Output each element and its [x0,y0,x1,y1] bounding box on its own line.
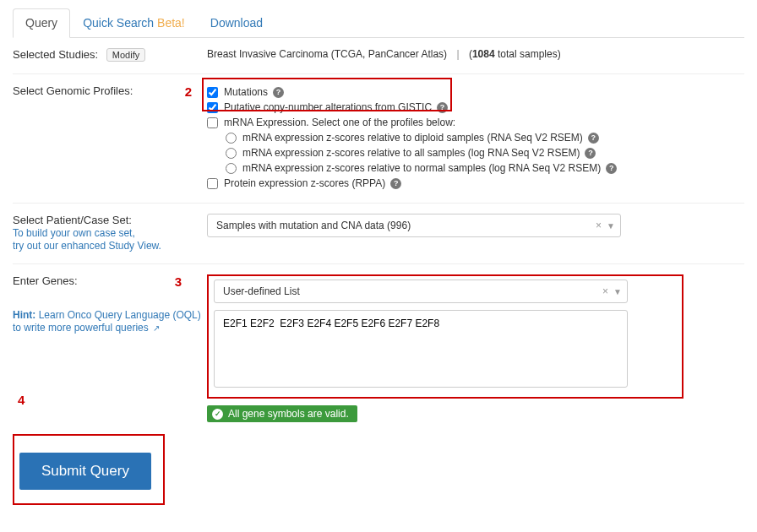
modify-button[interactable]: Modify [106,48,145,62]
tab-quick-search[interactable]: Quick Search Beta! [70,8,198,37]
section-genomic-profiles: Select Genomic Profiles: 2 Mutations ? P… [13,74,744,204]
genomic-profiles-label: Select Genomic Profiles: [13,84,133,97]
gene-input[interactable] [214,310,628,388]
checkbox-mutations-label: Mutations [224,86,268,98]
submit-query-button[interactable]: Submit Query [19,453,151,490]
oql-link-suffix[interactable]: to write more powerful queries ↗ [13,322,160,334]
beta-badge: Beta! [157,16,185,30]
tab-download[interactable]: Download [198,8,275,37]
selected-study-name: Breast Invasive Carcinoma (TCGA, PanCanc… [207,48,447,60]
annotation-3: 3 [175,274,182,289]
checkbox-protein-label: Protein expression z-scores (RPPA) [224,177,385,189]
checkbox-mrna[interactable] [207,117,218,128]
radio-mrna-normal-label: mRNA expression z-scores relative to nor… [242,162,601,174]
sample-count-suffix: total samples [495,48,558,60]
help-icon[interactable]: ? [437,102,448,113]
sample-count: 1084 [472,48,495,60]
case-set-hint-link2[interactable]: try out our enhanced Study View. [13,240,161,252]
annotation-box-3: User-defined List × ▼ [207,274,683,399]
separator: | [456,48,459,60]
checkbox-mutations[interactable] [207,87,218,98]
radio-mrna-diploid[interactable] [226,133,237,144]
selected-studies-label: Selected Studies: [13,48,98,61]
case-set-hint-link1[interactable]: To build your own case set, [13,227,135,239]
chevron-down-icon[interactable]: ▼ [607,221,615,231]
annotation-4: 4 [18,393,207,407]
genes-hint: Hint: Learn Onco Query Language (OQL) [13,309,207,321]
external-link-icon: ↗ [153,323,160,333]
checkbox-mrna-label: mRNA Expression. Select one of the profi… [224,117,455,128]
gene-list-select[interactable]: User-defined List × ▼ [214,280,628,303]
case-set-select-value: Samples with mutation and CNA data (996) [216,220,411,231]
check-circle-icon: ✓ [212,409,223,420]
radio-mrna-all-label: mRNA expression z-scores relative to all… [242,147,580,159]
help-icon[interactable]: ? [273,87,284,98]
help-icon[interactable]: ? [606,163,617,174]
help-icon[interactable]: ? [588,133,599,144]
oql-link[interactable]: Learn Onco Query Language (OQL) [39,309,201,321]
hint-prefix: Hint: [13,309,35,321]
sample-count-wrap: (1084 total samples) [469,48,561,60]
help-icon[interactable]: ? [585,148,596,159]
main-tabs: Query Quick Search Beta! Download [13,8,744,38]
tab-quick-search-label: Quick Search [83,16,154,30]
chevron-down-icon[interactable]: ▼ [613,287,622,296]
checkbox-protein[interactable] [207,178,218,189]
section-selected-studies: Selected Studies: Modify Breast Invasive… [13,38,744,74]
radio-mrna-all[interactable] [226,148,237,159]
case-set-select[interactable]: Samples with mutation and CNA data (996)… [207,214,621,237]
oql-link-suffix-text: to write more powerful queries [13,322,149,334]
annotation-box-4: Submit Query [13,434,165,505]
checkbox-cna-label: Putative copy-number alterations from GI… [224,101,432,113]
close-icon[interactable]: × [602,285,608,297]
tab-query[interactable]: Query [13,8,70,38]
section-genes: Enter Genes: 3 Hint: Learn Onco Query La… [13,264,744,434]
help-icon[interactable]: ? [390,178,401,189]
radio-mrna-diploid-label: mRNA expression z-scores relative to dip… [242,132,583,144]
annotation-2: 2 [185,84,192,99]
radio-mrna-normal[interactable] [226,163,237,174]
section-case-set: Select Patient/Case Set: To build your o… [13,204,744,264]
case-set-label: Select Patient/Case Set: [13,214,207,226]
gene-list-select-value: User-defined List [223,285,300,297]
validation-badge: ✓ All gene symbols are valid. [207,405,357,422]
validation-text: All gene symbols are valid. [228,408,349,420]
checkbox-cna[interactable] [207,102,218,113]
close-icon[interactable]: × [596,220,602,231]
genes-label: Enter Genes: [13,274,78,289]
